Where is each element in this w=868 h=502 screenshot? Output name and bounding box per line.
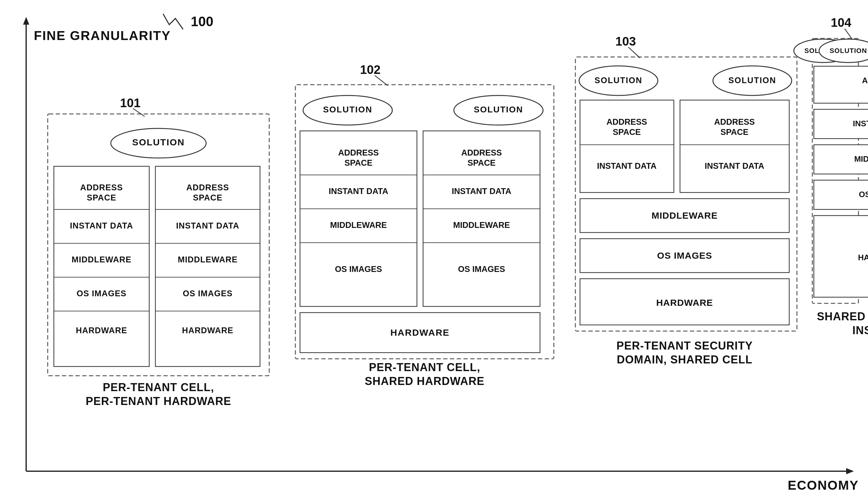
svg-rect-72 [575, 57, 797, 331]
svg-text:SOLUTION: SOLUTION [323, 105, 373, 114]
svg-text:INSTANT DATA: INSTANT DATA [853, 119, 868, 128]
svg-line-40 [133, 108, 145, 117]
svg-text:INSTANCE: INSTANCE [852, 324, 868, 337]
svg-rect-91 [580, 279, 789, 325]
svg-line-69 [375, 76, 388, 86]
svg-point-98 [794, 39, 852, 62]
svg-text:INSTANT DATA: INSTANT DATA [705, 161, 764, 171]
svg-text:ADDRESS: ADDRESS [607, 117, 647, 127]
svg-text:SPACE: SPACE [193, 193, 223, 202]
svg-text:SHARED HARDWARE: SHARED HARDWARE [365, 375, 484, 388]
svg-rect-105 [814, 109, 868, 139]
svg-rect-43 [296, 85, 554, 359]
svg-text:INSTANT DATA: INSTANT DATA [597, 161, 656, 171]
svg-text:HARDWARE: HARDWARE [76, 326, 127, 335]
svg-marker-10 [846, 468, 854, 474]
svg-text:MIDDLEWARE: MIDDLEWARE [72, 255, 132, 264]
svg-text:INSTANT DATA: INSTANT DATA [70, 221, 133, 230]
svg-text:MIDDLEWARE: MIDDLEWARE [330, 221, 387, 230]
svg-rect-57 [423, 131, 540, 307]
svg-point-15 [111, 128, 206, 158]
svg-text:ADDRESS: ADDRESS [461, 148, 502, 157]
svg-text:MIDDLEWARE: MIDDLEWARE [854, 154, 868, 163]
svg-point-44 [303, 96, 392, 125]
svg-text:102: 102 [360, 63, 381, 77]
svg-text:SPACE: SPACE [467, 158, 495, 168]
svg-text:INSTANT DATA: INSTANT DATA [176, 221, 239, 230]
svg-text:PER-TENANT CELL,: PER-TENANT CELL, [369, 361, 480, 374]
svg-text:OS IMAGES: OS IMAGES [458, 264, 505, 274]
svg-text:SPACE: SPACE [720, 128, 748, 137]
svg-rect-102 [814, 66, 868, 103]
svg-text:ADDRESS: ADDRESS [862, 76, 868, 85]
svg-text:OS IMAGES: OS IMAGES [335, 264, 382, 274]
svg-rect-66 [300, 313, 540, 353]
svg-rect-109 [814, 180, 868, 209]
svg-text:PER-TENANT HARDWARE: PER-TENANT HARDWARE [86, 395, 231, 408]
svg-rect-28 [155, 166, 260, 367]
svg-text:SOLUTION: SOLUTION [804, 47, 842, 54]
svg-text:SOLUTION: SOLUTION [132, 137, 185, 147]
svg-text:ECONOMY: ECONOMY [788, 478, 859, 492]
svg-text:SPACE: SPACE [87, 193, 116, 202]
svg-rect-48 [300, 131, 417, 307]
svg-rect-14 [48, 114, 269, 376]
svg-text:HARDWARE: HARDWARE [391, 328, 450, 338]
svg-marker-8 [23, 17, 29, 24]
svg-point-46 [454, 96, 543, 125]
svg-text:MIDDLEWARE: MIDDLEWARE [652, 210, 718, 221]
svg-line-114 [845, 29, 852, 39]
svg-text:DOMAIN, SHARED CELL: DOMAIN, SHARED CELL [617, 353, 753, 366]
svg-text:SOLUTION: SOLUTION [595, 76, 642, 85]
svg-point-73 [579, 66, 658, 96]
svg-text:ADDRESS: ADDRESS [338, 148, 379, 157]
svg-text:HARDWARE: HARDWARE [858, 253, 868, 262]
svg-line-94 [628, 47, 640, 58]
svg-rect-89 [580, 239, 789, 273]
svg-text:MIDDLEWARE: MIDDLEWARE [453, 221, 510, 230]
svg-text:ADDRESS: ADDRESS [80, 183, 123, 192]
svg-rect-17 [54, 166, 149, 367]
svg-text:PER-TENANT SECURITY: PER-TENANT SECURITY [616, 339, 753, 352]
svg-text:OS IMAGES: OS IMAGES [859, 190, 868, 199]
svg-text:SPACE: SPACE [344, 158, 372, 168]
svg-text:103: 103 [616, 34, 636, 48]
svg-text:SHARED APPLICATION: SHARED APPLICATION [817, 310, 868, 323]
svg-rect-87 [580, 199, 789, 232]
svg-text:101: 101 [120, 96, 141, 110]
svg-text:INSTANT DATA: INSTANT DATA [329, 187, 388, 196]
svg-text:100: 100 [191, 14, 213, 29]
svg-text:FINE GRANULARITY: FINE GRANULARITY [34, 28, 171, 43]
svg-text:HARDWARE: HARDWARE [656, 298, 713, 308]
svg-text:ADDRESS: ADDRESS [714, 117, 755, 127]
svg-point-100 [819, 39, 868, 62]
svg-rect-97 [812, 39, 858, 303]
svg-text:PER-TENANT CELL,: PER-TENANT CELL, [103, 381, 214, 394]
svg-rect-82 [680, 100, 789, 192]
svg-text:ADDRESS: ADDRESS [186, 183, 229, 192]
svg-rect-111 [814, 215, 868, 297]
svg-text:SPACE: SPACE [613, 128, 641, 137]
svg-text:SOLUTION: SOLUTION [474, 105, 524, 114]
svg-rect-77 [580, 100, 674, 192]
svg-point-75 [713, 66, 792, 96]
svg-text:MIDDLEWARE: MIDDLEWARE [178, 255, 238, 264]
svg-text:OS IMAGES: OS IMAGES [76, 289, 126, 298]
svg-text:SOLUTION: SOLUTION [728, 76, 776, 85]
svg-text:104: 104 [831, 16, 851, 29]
svg-text:SOLUTION: SOLUTION [829, 47, 867, 54]
svg-text:HARDWARE: HARDWARE [182, 326, 234, 335]
svg-text:OS IMAGES: OS IMAGES [657, 250, 712, 261]
svg-text:INSTANT DATA: INSTANT DATA [452, 187, 511, 196]
svg-text:OS IMAGES: OS IMAGES [183, 289, 232, 298]
svg-rect-107 [814, 145, 868, 174]
